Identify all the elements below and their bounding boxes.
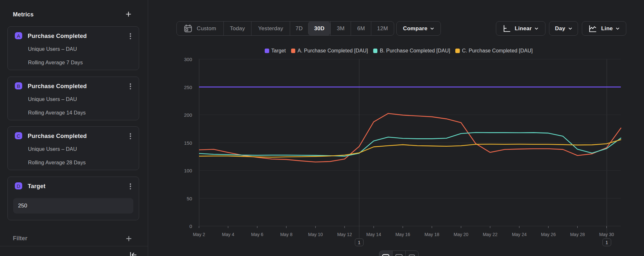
svg-text:May 2: May 2 <box>193 232 205 237</box>
svg-text:May 12: May 12 <box>337 232 352 237</box>
svg-text:May 6: May 6 <box>251 232 263 237</box>
svg-text:May 18: May 18 <box>424 232 439 237</box>
svg-text:May 10: May 10 <box>308 232 323 237</box>
svg-text:May 24: May 24 <box>512 232 527 237</box>
svg-text:May 14: May 14 <box>366 232 381 237</box>
svg-text:May 22: May 22 <box>483 232 497 237</box>
svg-text:May 4: May 4 <box>222 232 234 237</box>
svg-text:1: 1 <box>358 240 361 245</box>
svg-text:0: 0 <box>189 224 192 229</box>
svg-text:100: 100 <box>184 168 192 173</box>
svg-text:200: 200 <box>184 112 192 118</box>
svg-text:300: 300 <box>184 57 192 62</box>
svg-text:150: 150 <box>184 140 192 146</box>
svg-text:50: 50 <box>187 196 192 201</box>
svg-text:May 28: May 28 <box>570 232 585 237</box>
svg-text:May 16: May 16 <box>395 232 410 237</box>
svg-text:1: 1 <box>606 240 608 245</box>
svg-text:250: 250 <box>184 85 192 90</box>
svg-text:May 30: May 30 <box>599 232 614 237</box>
svg-text:May 8: May 8 <box>280 232 292 237</box>
svg-text:May 26: May 26 <box>541 232 556 237</box>
svg-text:May 20: May 20 <box>454 232 469 237</box>
